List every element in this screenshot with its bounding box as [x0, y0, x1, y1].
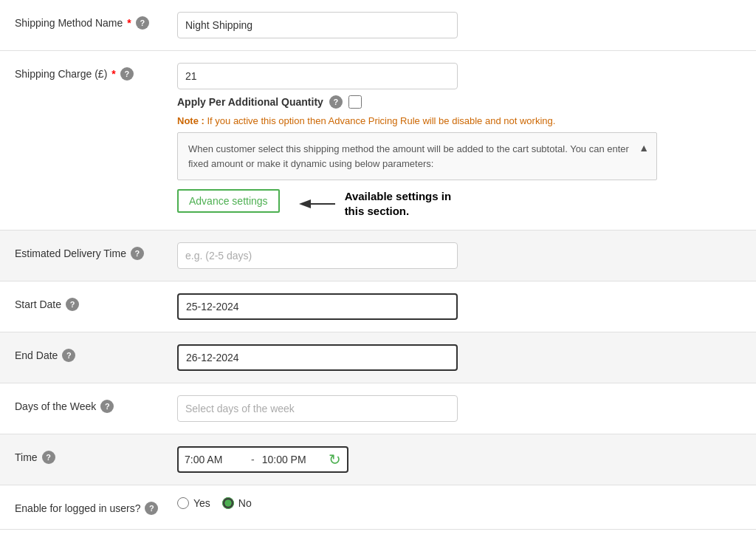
info-box-text: When customer select this shipping metho…: [188, 143, 629, 169]
apply-per-qty-checkbox[interactable]: [348, 95, 362, 109]
advance-settings-button[interactable]: Advance settings: [177, 189, 280, 213]
time-help-icon[interactable]: ?: [42, 451, 55, 464]
estimated-delivery-label-col: Estimated Delivery Time ?: [15, 242, 177, 260]
shipping-method-name-input[interactable]: [177, 12, 458, 38]
time-to-input[interactable]: [262, 454, 321, 465]
note-row: Note : If you active this option then Ad…: [177, 115, 741, 126]
shipping-charge-label-col: Shipping Charge (£) * ?: [15, 63, 177, 81]
estimated-delivery-help-icon[interactable]: ?: [131, 247, 144, 260]
refresh-icon[interactable]: ↻: [329, 451, 341, 468]
radio-no-input[interactable]: [222, 497, 234, 509]
shipping-charge-label: Shipping Charge (£): [15, 68, 107, 80]
days-of-week-label: Days of the Week: [15, 400, 96, 412]
enable-logged-in-field-col: Yes No: [177, 497, 741, 509]
radio-yes-text: Yes: [193, 497, 210, 509]
start-date-help-icon[interactable]: ?: [66, 298, 79, 311]
days-of-week-help-icon[interactable]: ?: [100, 400, 114, 413]
start-date-field-col: [177, 293, 741, 320]
estimated-delivery-row: Estimated Delivery Time ?: [0, 231, 756, 281]
shipping-charge-row: Shipping Charge (£) * ? Apply Per Additi…: [0, 51, 756, 231]
apply-per-qty-row: Apply Per Additional Quantity ?: [177, 95, 741, 109]
estimated-delivery-label: Estimated Delivery Time: [15, 247, 126, 259]
radio-no-text: No: [238, 497, 252, 509]
note-label: Note :: [177, 115, 205, 126]
end-date-input[interactable]: [177, 344, 458, 371]
arrow-annotation: Available settings inthis section.: [295, 189, 452, 218]
start-date-row: Start Date ?: [0, 281, 756, 332]
time-field-col: - ↻: [177, 446, 741, 473]
required-asterisk-charge: *: [111, 68, 115, 80]
start-date-label: Start Date: [15, 298, 61, 310]
estimated-delivery-field-col: [177, 242, 741, 269]
time-group: - ↻: [177, 446, 348, 473]
shipping-method-name-label-col: Shipping Method Name * ?: [15, 12, 177, 30]
time-label: Time: [15, 451, 38, 463]
start-date-label-col: Start Date ?: [15, 293, 177, 311]
enable-logged-in-label: Enable for logged in users?: [15, 502, 140, 514]
time-separator: -: [248, 454, 258, 465]
advance-settings-row: Advance settings Available settings inth…: [177, 186, 741, 218]
shipping-charge-help-icon[interactable]: ?: [120, 67, 134, 81]
radio-yes-label[interactable]: Yes: [177, 497, 210, 509]
days-of-week-field-col: [177, 395, 741, 422]
radio-no-label[interactable]: No: [222, 497, 252, 509]
estimated-delivery-input[interactable]: [177, 242, 458, 269]
end-date-row: End Date ?: [0, 332, 756, 383]
annotation-arrow-icon: [295, 193, 339, 215]
radio-yes-input[interactable]: [177, 497, 189, 509]
enable-logged-in-row: Enable for logged in users? ? Yes No: [0, 485, 756, 530]
shipping-method-name-help-icon[interactable]: ?: [136, 16, 149, 30]
info-box: When customer select this shipping metho…: [177, 132, 657, 180]
time-row: Time ? - ↻: [0, 434, 756, 485]
days-of-week-row: Days of the Week ?: [0, 383, 756, 434]
shipping-charge-input[interactable]: [177, 63, 458, 89]
shipping-charge-field-col: Apply Per Additional Quantity ? Note : I…: [177, 63, 741, 218]
apply-per-qty-label: Apply Per Additional Quantity: [177, 96, 323, 108]
shipping-method-name-row: Shipping Method Name * ?: [0, 0, 756, 51]
annotation-text: Available settings inthis section.: [345, 189, 452, 218]
end-date-help-icon[interactable]: ?: [62, 349, 75, 362]
note-text: If you active this option then Advance P…: [207, 115, 555, 126]
form-container: Shipping Method Name * ? Shipping Charge…: [0, 0, 756, 530]
info-box-arrow-icon: ▲: [639, 140, 649, 156]
required-asterisk-name: *: [127, 17, 131, 29]
end-date-label-col: End Date ?: [15, 344, 177, 362]
apply-per-qty-help-icon[interactable]: ?: [329, 95, 343, 109]
time-label-col: Time ?: [15, 446, 177, 464]
start-date-input[interactable]: [177, 293, 458, 320]
radio-group: Yes No: [177, 497, 741, 509]
end-date-label: End Date: [15, 349, 58, 361]
end-date-field-col: [177, 344, 741, 371]
enable-logged-in-label-col: Enable for logged in users? ?: [15, 497, 177, 515]
days-of-week-input[interactable]: [177, 395, 458, 422]
shipping-method-name-field-col: [177, 12, 741, 38]
days-of-week-label-col: Days of the Week ?: [15, 395, 177, 413]
enable-logged-in-help-icon[interactable]: ?: [145, 502, 158, 515]
shipping-method-name-label: Shipping Method Name: [15, 17, 123, 29]
time-from-input[interactable]: [185, 454, 244, 465]
